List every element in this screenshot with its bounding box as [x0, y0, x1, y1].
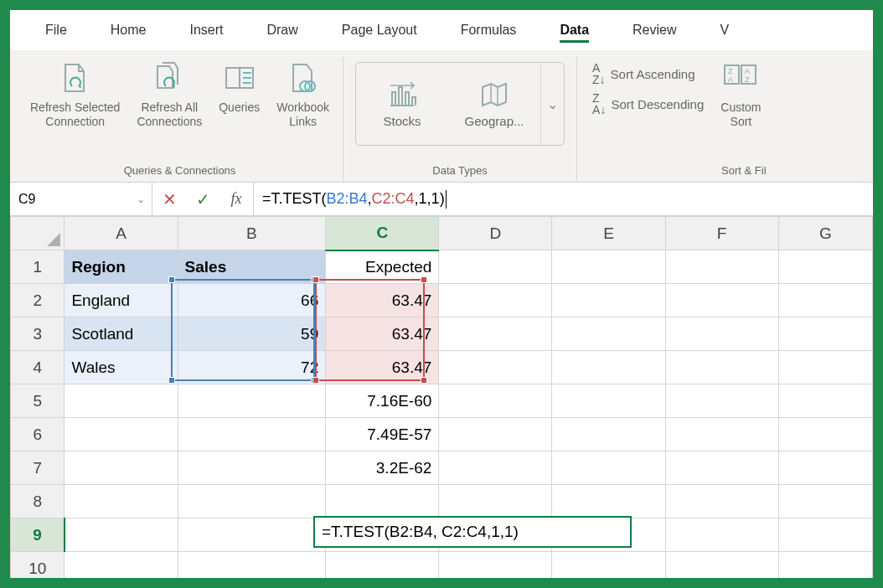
cell-B6[interactable] — [178, 418, 326, 451]
col-header-B[interactable]: B — [178, 217, 326, 250]
custom-sort-button[interactable]: ZAAZ Custom Sort — [712, 57, 769, 132]
row-header-1[interactable]: 1 — [11, 250, 65, 284]
cell-B10[interactable] — [178, 552, 326, 579]
refresh-selected-button[interactable]: Refresh Selected Connection — [22, 57, 128, 132]
cell-E6[interactable] — [552, 418, 665, 451]
cell-G7[interactable] — [778, 451, 872, 485]
cell-B8[interactable] — [178, 485, 326, 518]
cell-G5[interactable] — [778, 384, 872, 418]
col-header-F[interactable]: F — [665, 217, 778, 250]
tab-formulas[interactable]: Formulas — [442, 14, 535, 46]
workbook-links-button[interactable]: Workbook Links — [268, 57, 338, 132]
cell-B3[interactable]: 59 — [178, 317, 326, 351]
tab-home[interactable]: Home — [92, 14, 165, 46]
tab-review[interactable]: Review — [614, 14, 695, 46]
cell-A10[interactable] — [65, 552, 178, 579]
cell-B2[interactable]: 66 — [178, 284, 326, 317]
cell-D10[interactable] — [439, 552, 552, 579]
insert-function-button[interactable]: fx — [219, 183, 253, 215]
sort-ascending-button[interactable]: AZ↓ Sort Ascending — [592, 62, 704, 85]
row-header-8[interactable]: 8 — [11, 485, 65, 518]
cell-F8[interactable] — [665, 485, 778, 518]
queries-button[interactable]: Queries — [210, 57, 268, 118]
cell-C8[interactable] — [326, 485, 439, 518]
cell-C6[interactable]: 7.49E-57 — [326, 418, 439, 451]
cell-G10[interactable] — [778, 552, 872, 579]
cell-E10[interactable] — [552, 552, 665, 579]
cell-B9[interactable] — [178, 518, 326, 552]
row-header-10[interactable]: 10 — [11, 552, 65, 579]
cell-G9[interactable] — [778, 518, 872, 552]
col-header-G[interactable]: G — [778, 217, 872, 250]
formula-input[interactable]: =T.TEST(B2:B4, C2:C4,1,1) — [254, 190, 873, 209]
cell-C10[interactable] — [326, 552, 439, 579]
cell-F9[interactable] — [665, 518, 778, 552]
cell-C7[interactable]: 3.2E-62 — [326, 451, 439, 485]
cell-D6[interactable] — [439, 418, 552, 451]
cell-E8[interactable] — [552, 485, 665, 518]
cell-A8[interactable] — [65, 485, 178, 518]
cell-D2[interactable] — [439, 284, 552, 317]
cell-E9[interactable] — [552, 518, 665, 552]
cell-E5[interactable] — [552, 384, 665, 418]
row-header-5[interactable]: 5 — [11, 384, 65, 418]
cell-E7[interactable] — [552, 451, 665, 485]
cell-D8[interactable] — [439, 485, 552, 518]
stocks-button[interactable]: Stocks — [356, 63, 448, 145]
cell-G8[interactable] — [778, 485, 872, 518]
cell-B1[interactable]: Sales — [178, 250, 326, 284]
row-header-4[interactable]: 4 — [11, 351, 65, 384]
name-box[interactable]: C9 ⌄ — [10, 183, 152, 215]
cell-D5[interactable] — [439, 384, 552, 418]
row-header-7[interactable]: 7 — [11, 451, 65, 485]
cell-E1[interactable] — [552, 250, 665, 284]
cell-C3[interactable]: 63.47 — [326, 317, 439, 351]
cell-C9[interactable] — [326, 518, 439, 552]
cell-F1[interactable] — [665, 250, 778, 284]
cell-F4[interactable] — [665, 351, 778, 384]
cell-G2[interactable] — [778, 284, 872, 317]
tab-data[interactable]: Data — [541, 14, 607, 46]
cancel-button[interactable]: ✕ — [152, 183, 186, 215]
geography-button[interactable]: Geograp... — [448, 63, 540, 145]
cell-A9[interactable] — [65, 518, 178, 552]
data-types-dropdown[interactable]: ⌄ — [540, 63, 564, 145]
tab-view-truncated[interactable]: V — [702, 14, 748, 46]
cell-A2[interactable]: England — [65, 284, 178, 317]
row-header-6[interactable]: 6 — [11, 418, 65, 451]
tab-file[interactable]: File — [27, 14, 85, 46]
cell-B7[interactable] — [178, 451, 326, 485]
cell-D7[interactable] — [439, 451, 552, 485]
cell-G4[interactable] — [778, 351, 872, 384]
cell-C1[interactable]: Expected — [326, 250, 439, 284]
col-header-E[interactable]: E — [552, 217, 665, 250]
spreadsheet-grid[interactable]: A B C D E F G 1 Region Sales Expected 2 — [10, 216, 873, 578]
cell-E3[interactable] — [552, 317, 665, 351]
cell-E4[interactable] — [552, 351, 665, 384]
cell-F2[interactable] — [665, 284, 778, 317]
cell-F3[interactable] — [665, 317, 778, 351]
cell-A3[interactable]: Scotland — [65, 317, 178, 351]
cell-F10[interactable] — [665, 552, 778, 579]
tab-draw[interactable]: Draw — [248, 14, 316, 46]
col-header-C[interactable]: C — [326, 217, 439, 250]
cell-A4[interactable]: Wales — [65, 351, 178, 384]
cell-E2[interactable] — [552, 284, 665, 317]
cell-B5[interactable] — [178, 384, 326, 418]
cell-D3[interactable] — [439, 317, 552, 351]
cell-A7[interactable] — [65, 451, 178, 485]
cell-A1[interactable]: Region — [65, 250, 178, 284]
cell-C4[interactable]: 63.47 — [326, 351, 439, 384]
col-header-D[interactable]: D — [439, 217, 552, 250]
row-header-9[interactable]: 9 — [11, 518, 65, 552]
sort-descending-button[interactable]: ZA↓ Sort Descending — [592, 92, 704, 116]
cell-G3[interactable] — [778, 317, 872, 351]
cell-A5[interactable] — [65, 384, 178, 418]
col-header-A[interactable]: A — [65, 217, 178, 250]
row-header-2[interactable]: 2 — [11, 284, 65, 317]
tab-insert[interactable]: Insert — [171, 14, 241, 46]
refresh-all-button[interactable]: Refresh All Connections — [128, 57, 210, 132]
cell-F5[interactable] — [665, 384, 778, 418]
cell-C2[interactable]: 63.47 — [326, 284, 439, 317]
cell-A6[interactable] — [65, 418, 178, 451]
